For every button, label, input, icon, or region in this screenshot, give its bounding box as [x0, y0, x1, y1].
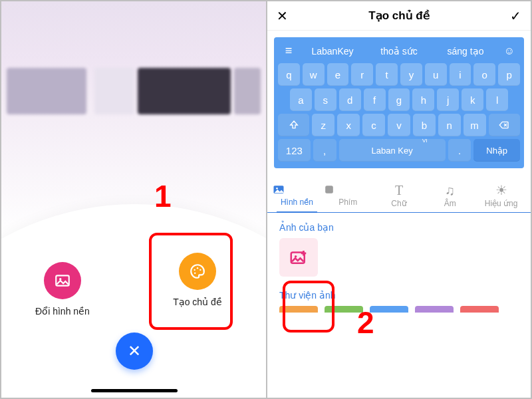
key[interactable]: j [437, 88, 459, 111]
key-row: 123 , Laban Key VI . Nhập [278, 139, 520, 162]
option-label: Đổi hình nền [16, 306, 109, 317]
bg-blur [94, 68, 134, 114]
menu-icon[interactable]: ≡ [279, 44, 298, 58]
text-icon: T [374, 183, 425, 198]
key[interactable]: z [312, 114, 334, 136]
suggestion-word[interactable]: sáng tạo [434, 46, 497, 57]
key[interactable]: f [364, 88, 386, 111]
tab-keys[interactable]: Phím [323, 178, 374, 212]
emoji-icon[interactable]: ☺ [500, 45, 519, 57]
library-thumb[interactable] [325, 306, 363, 313]
key[interactable]: d [339, 88, 361, 111]
shift-icon [289, 120, 299, 130]
your-photos-row [267, 238, 531, 281]
key[interactable]: t [376, 63, 398, 86]
left-screenshot: Đổi hình nền Tạo chủ đề ✕ [1, 1, 267, 398]
shift-key[interactable] [278, 114, 309, 136]
key[interactable]: c [362, 114, 385, 136]
suggestion-bar: ≡ LabanKey thoả sức sáng tạo ☺ [278, 41, 520, 63]
comma-key[interactable]: , [313, 139, 336, 162]
key-row: a s d f g h j k l [278, 88, 520, 111]
svg-point-2 [194, 269, 195, 271]
tab-sound[interactable]: ♫ Âm [424, 178, 475, 212]
image-icon [271, 183, 323, 196]
key[interactable]: h [412, 88, 434, 111]
library-thumb[interactable] [279, 306, 318, 313]
suggestion-word[interactable]: thoả sức [367, 46, 431, 57]
library-thumb[interactable] [370, 306, 408, 313]
key-row: z x c v b n m [278, 114, 520, 136]
confirm-icon[interactable]: ✓ [510, 8, 521, 24]
page-title: Tạo chủ đề [368, 9, 429, 23]
key[interactable]: p [498, 63, 520, 86]
keyboard-preview: ≡ LabanKey thoả sức sáng tạo ☺ q w e r t… [267, 31, 531, 175]
change-background-option[interactable]: Đổi hình nền [16, 262, 109, 317]
key[interactable]: y [400, 63, 422, 86]
key[interactable]: g [388, 88, 410, 111]
tab-label: Chữ [391, 199, 406, 208]
tab-label: Âm [444, 199, 456, 208]
tab-label: Hình nền [281, 198, 313, 207]
bg-blur [234, 68, 261, 114]
library-thumb[interactable] [460, 306, 499, 313]
option-label: Tạo chủ đề [151, 297, 244, 307]
lang-indicator: VI [422, 138, 428, 144]
key[interactable]: q [278, 63, 300, 86]
library-thumb[interactable] [415, 306, 454, 313]
section-library: Thư viện ảnh [267, 281, 531, 306]
tab-background[interactable]: Hình nền [271, 178, 323, 212]
key[interactable]: w [303, 63, 325, 86]
music-icon: ♫ [424, 183, 475, 198]
tab-label: Phím [338, 198, 357, 207]
svg-point-7 [276, 188, 278, 190]
close-fab-button[interactable]: ✕ [116, 332, 153, 370]
backspace-icon [498, 120, 510, 130]
add-photo-button[interactable] [279, 238, 318, 277]
key[interactable]: x [337, 114, 360, 136]
square-icon [323, 183, 374, 196]
key[interactable]: m [464, 114, 486, 136]
palette-icon [179, 253, 216, 290]
bg-blur [138, 68, 231, 114]
tutorial-composite: Đổi hình nền Tạo chủ đề ✕ ✕ Tạo chủ đề ✓ [0, 0, 532, 399]
key[interactable]: b [413, 114, 436, 136]
numeric-key[interactable]: 123 [278, 139, 311, 162]
key[interactable]: o [473, 63, 495, 86]
key[interactable]: v [388, 114, 410, 136]
brightness-icon: ☀ [475, 183, 527, 198]
space-label: Laban Key [371, 146, 412, 156]
close-icon: ✕ [128, 342, 141, 360]
tab-label: Hiệu ứng [485, 199, 518, 208]
close-icon[interactable]: ✕ [277, 8, 288, 24]
key[interactable]: a [290, 88, 312, 111]
key[interactable]: r [351, 63, 373, 86]
space-key[interactable]: Laban Key VI [339, 139, 446, 162]
key-row: q w e r t y u i o p [278, 63, 520, 86]
suggestion-word[interactable]: LabanKey [301, 46, 364, 57]
tab-effect[interactable]: ☀ Hiệu ứng [475, 178, 527, 212]
svg-point-5 [194, 273, 196, 274]
library-row [267, 306, 531, 313]
svg-point-4 [200, 269, 201, 271]
period-key[interactable]: . [448, 139, 471, 162]
create-theme-option[interactable]: Tạo chủ đề [151, 253, 244, 307]
key[interactable]: k [462, 88, 483, 111]
key[interactable]: u [425, 63, 447, 86]
tab-text[interactable]: T Chữ [374, 178, 425, 212]
add-image-icon [289, 247, 309, 267]
editor-tabs: Hình nền Phím T Chữ ♫ Âm ☀ Hiệu ứng [267, 178, 531, 213]
key[interactable]: n [438, 114, 461, 136]
enter-key[interactable]: Nhập [473, 139, 520, 162]
key[interactable]: e [327, 63, 349, 86]
key[interactable]: s [315, 88, 336, 111]
key[interactable]: l [486, 88, 508, 111]
svg-rect-0 [56, 275, 69, 285]
svg-rect-8 [325, 186, 333, 194]
bg-blur [7, 68, 86, 114]
right-screenshot: ✕ Tạo chủ đề ✓ ≡ LabanKey thoả sức sáng … [267, 1, 531, 398]
backspace-key[interactable] [489, 114, 520, 136]
home-indicator [91, 389, 178, 392]
header-bar: ✕ Tạo chủ đề ✓ [267, 1, 531, 31]
section-your-photos: Ảnh của bạn [267, 213, 531, 238]
key[interactable]: i [450, 63, 471, 86]
